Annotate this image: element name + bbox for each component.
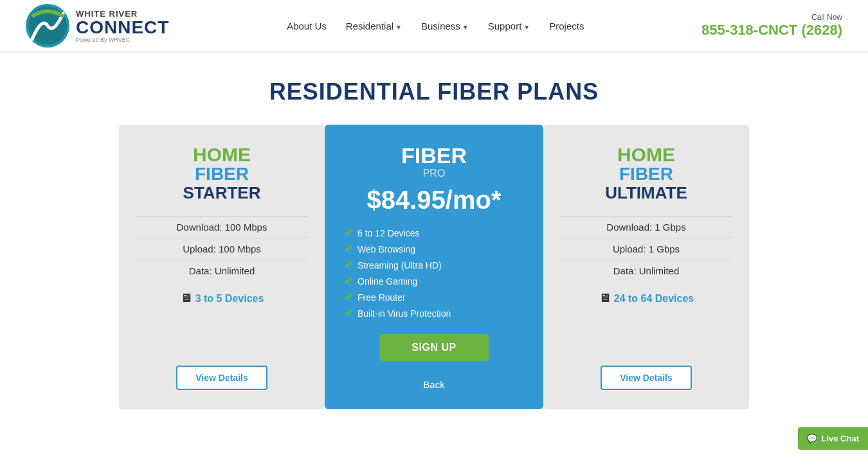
starter-name-bottom: STARTER xyxy=(183,183,261,203)
starter-upload: Upload: 100 Mbps xyxy=(135,238,309,260)
check-icon-1: ✔ xyxy=(344,227,352,239)
plans-container: HOME FIBER STARTER Download: 100 Mbps Up… xyxy=(80,125,788,409)
plan-card-pro: FIBER PRO $84.95/mo* ✔6 to 12 Devices ✔W… xyxy=(325,125,543,409)
support-arrow: ▼ xyxy=(523,24,530,31)
logo-powered: Powered By WRVEC xyxy=(76,37,169,43)
call-area: Call Now 855-318-CNCT (2628) xyxy=(701,13,842,39)
live-chat-button[interactable]: 💬 Live Chat xyxy=(798,427,868,450)
nav-support[interactable]: Support▼ xyxy=(488,21,530,31)
ultimate-name-bottom: ULTIMATE xyxy=(605,183,687,203)
check-icon-5: ✔ xyxy=(344,291,352,303)
ultimate-view-details-button[interactable]: View Details xyxy=(601,366,691,390)
starter-devices-label: 3 to 5 Devices xyxy=(195,293,264,305)
check-icon-6: ✔ xyxy=(344,307,352,319)
header: WHITE RIVER CONNECT Powered By WRVEC Abo… xyxy=(0,0,868,53)
residential-arrow: ▼ xyxy=(395,24,402,31)
nav-projects[interactable]: Projects xyxy=(549,21,584,31)
main-content: RESIDENTIAL FIBER PLANS HOME FIBER START… xyxy=(0,53,868,422)
pro-name-top: FIBER xyxy=(344,144,524,168)
business-arrow: ▼ xyxy=(462,24,469,31)
feature-web-browsing: ✔Web Browsing xyxy=(344,241,524,257)
monitor-icon: 🖥 xyxy=(180,292,192,305)
live-chat-icon: 💬 xyxy=(807,434,817,443)
check-icon-4: ✔ xyxy=(344,275,352,287)
feature-devices: ✔6 to 12 Devices xyxy=(344,225,524,241)
ultimate-data: Data: Unlimited xyxy=(559,260,733,281)
phone-number[interactable]: 855-318-CNCT (2628) xyxy=(701,22,842,38)
pro-back-link[interactable]: Back xyxy=(423,379,444,390)
starter-download: Download: 100 Mbps xyxy=(135,216,309,238)
ultimate-upload: Upload: 1 Gbps xyxy=(559,238,733,260)
main-nav: About Us Residential▼ Business▼ Support▼… xyxy=(287,21,584,31)
feature-router: ✔Free Router xyxy=(344,289,524,305)
check-icon-2: ✔ xyxy=(344,243,352,255)
ultimate-name-fiber: FIBER xyxy=(619,165,673,183)
check-icon-3: ✔ xyxy=(344,259,352,271)
plan-card-starter: HOME FIBER STARTER Download: 100 Mbps Up… xyxy=(119,125,325,409)
call-now-label: Call Now xyxy=(701,13,842,22)
starter-name-fiber: FIBER xyxy=(195,165,249,183)
logo-icon xyxy=(26,4,69,48)
logo-connect: CONNECT xyxy=(76,19,169,37)
ultimate-name-top: HOME xyxy=(617,144,675,165)
plan-card-ultimate: HOME FIBER ULTIMATE Download: 1 Gbps Upl… xyxy=(543,125,749,409)
section-title: RESIDENTIAL FIBER PLANS xyxy=(13,78,855,105)
starter-view-details-button[interactable]: View Details xyxy=(176,366,267,390)
pro-signup-button[interactable]: SIGN UP xyxy=(379,334,488,361)
monitor-icon-ultimate: 🖥 xyxy=(599,292,610,305)
starter-name-top: HOME xyxy=(193,144,251,165)
pro-price: $84.95/mo* xyxy=(344,186,524,215)
live-chat-label: Live Chat xyxy=(821,434,859,443)
nav-residential[interactable]: Residential▼ xyxy=(346,21,402,31)
pro-feature-list: ✔6 to 12 Devices ✔Web Browsing ✔Streamin… xyxy=(344,225,524,321)
ultimate-devices-label: 24 to 64 Devices xyxy=(614,293,694,305)
nav-about-us[interactable]: About Us xyxy=(287,21,327,31)
starter-devices: 🖥 3 to 5 Devices xyxy=(180,292,264,305)
nav-business[interactable]: Business▼ xyxy=(421,21,469,31)
feature-streaming: ✔Streaming (Ultra HD) xyxy=(344,257,524,273)
feature-virus: ✔Built-in Virus Protection xyxy=(344,305,524,321)
starter-data: Data: Unlimited xyxy=(135,260,309,281)
feature-gaming: ✔Online Gaming xyxy=(344,273,524,289)
logo-text-block: WHITE RIVER CONNECT Powered By WRVEC xyxy=(76,9,169,43)
logo-area: WHITE RIVER CONNECT Powered By WRVEC xyxy=(26,4,169,48)
ultimate-download: Download: 1 Gbps xyxy=(559,216,733,238)
ultimate-devices: 🖥 24 to 64 Devices xyxy=(599,292,694,305)
pro-name-sub: PRO xyxy=(344,168,524,179)
